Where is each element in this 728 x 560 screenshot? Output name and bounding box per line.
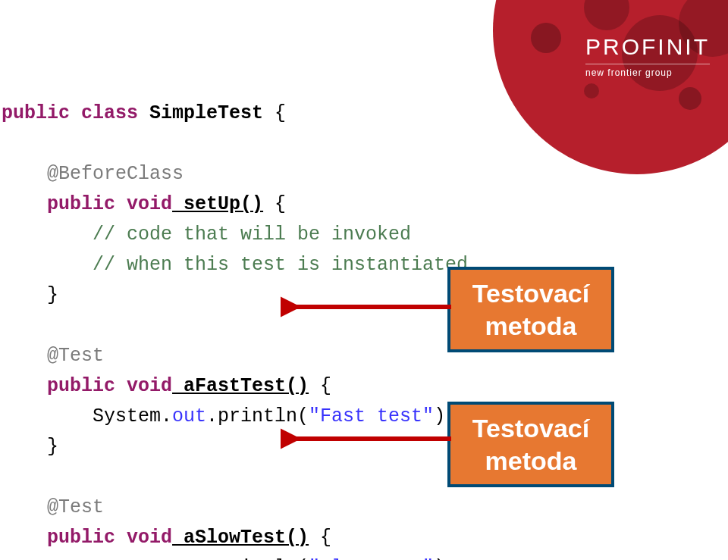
code-token: setUp() (172, 193, 263, 215)
callout-text: metoda (467, 445, 595, 477)
code-token: "Fast test" (309, 405, 434, 427)
arrow-icon (281, 296, 455, 318)
logo-badge (493, 0, 728, 174)
code-token: .println( (206, 405, 309, 427)
code-token: // code that will be invoked (2, 224, 411, 246)
code-token: { (263, 102, 286, 124)
code-token: class (70, 102, 138, 124)
code-token: } (2, 436, 58, 458)
code-token: out (172, 557, 206, 560)
code-token: { (309, 375, 331, 397)
code-token: public (2, 527, 115, 549)
code-token: } (2, 284, 58, 306)
logo-sub: new frontier group (585, 64, 710, 80)
code-token: void (115, 375, 172, 397)
code-token: void (115, 193, 172, 215)
callout-text: Testovací (467, 412, 595, 445)
code-token: void (115, 527, 172, 549)
code-token: System. (2, 405, 172, 427)
code-token: @BeforeClass (2, 163, 184, 185)
code-token: // when this test is instantiated (2, 254, 468, 276)
logo: PROFINIT new frontier group (585, 29, 710, 80)
code-token: { (263, 193, 286, 215)
callout-text: Testovací (467, 277, 595, 310)
callout-1: Testovací metoda (447, 267, 614, 352)
code-token: out (172, 405, 206, 427)
code-token: SimpleTest (138, 102, 263, 124)
code-token: "Slow test" (309, 557, 434, 560)
code-token: .println( (206, 557, 309, 560)
logo-main: PROFINIT (585, 29, 710, 65)
code-token: @Test (2, 345, 104, 367)
arrow-icon (281, 427, 455, 450)
code-token: public (2, 193, 115, 215)
code-token: public (2, 102, 70, 124)
callout-text: metoda (467, 310, 595, 343)
callout-2: Testovací metoda (447, 402, 614, 487)
code-token: ); (434, 557, 457, 560)
code-token: System. (2, 557, 172, 560)
code-token: aSlowTest() (172, 527, 309, 549)
code-token: @Test (2, 496, 104, 518)
code-token: aFastTest() (172, 375, 309, 397)
code-token: { (309, 527, 331, 549)
code-token: public (2, 375, 115, 397)
